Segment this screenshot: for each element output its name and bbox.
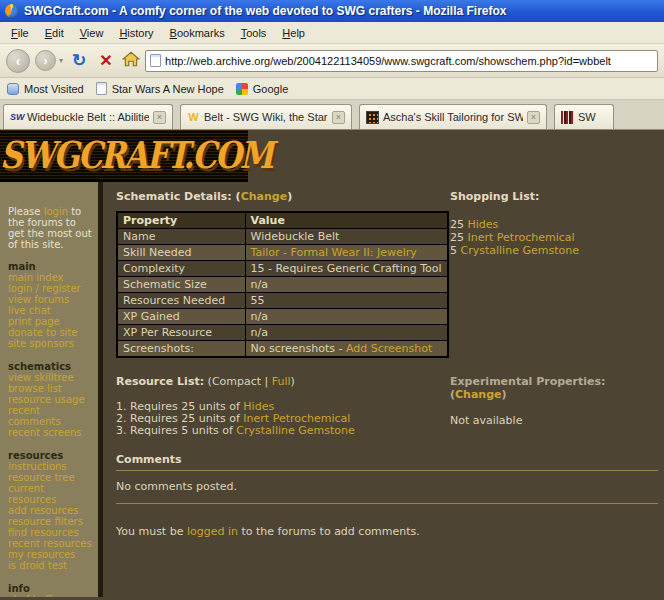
- bookmark-most-visited[interactable]: Most Visited: [7, 83, 84, 95]
- sidebar-section-info: info chef buffs smuggler buffs: [8, 583, 94, 597]
- menu-tools[interactable]: Tools: [233, 24, 275, 42]
- menu-file[interactable]: File: [3, 24, 37, 42]
- paren: ): [291, 375, 295, 388]
- change-experimental-link[interactable]: Change: [455, 388, 502, 401]
- sidebar-item-main-index[interactable]: main index: [8, 272, 94, 283]
- tab-widebuckle-belt[interactable]: SW Widebuckle Belt :: Abilities :: Star …: [3, 104, 173, 129]
- stop-icon: ✕: [99, 52, 112, 69]
- resource-list-item: 3. Requires 5 units of Crystalline Gemst…: [116, 425, 450, 437]
- sidebar-item-login-register[interactable]: login / register: [8, 283, 94, 294]
- stop-button[interactable]: ✕: [95, 53, 117, 69]
- page-content: SWGCRAFT.COM Please login to the forums …: [0, 130, 664, 600]
- sidebar-item-view-forums[interactable]: view forums: [8, 294, 94, 305]
- sidebar-item-recent-resources[interactable]: recent resources: [8, 538, 94, 549]
- sidebar-item-resource-tree[interactable]: resource tree: [8, 472, 94, 483]
- value-cell: 55: [245, 293, 448, 309]
- shopping-item: 5 Crystalline Gemstone: [450, 244, 658, 257]
- most-visited-icon: [7, 83, 19, 95]
- logged-in-link[interactable]: logged in: [187, 525, 238, 538]
- section-title: info: [8, 583, 30, 594]
- refresh-button[interactable]: ↻: [68, 52, 90, 69]
- close-tab-icon[interactable]: ×: [527, 111, 540, 124]
- value-text: n/a: [251, 310, 268, 323]
- sidebar-item-donate[interactable]: donate to site: [8, 327, 94, 338]
- sidebar-item-sponsors[interactable]: site sponsors: [8, 338, 94, 349]
- browser-window: SWGCraft.com - A comfy corner of the web…: [0, 0, 664, 600]
- sidebar-section-schematics: schematics view skilltree browse list re…: [8, 361, 94, 438]
- tab-swg-wiki[interactable]: W Belt - SWG Wiki, the Star Wars Gala...…: [180, 104, 352, 129]
- resource-list-heading: Resource List: (Compact | Full): [116, 375, 450, 388]
- table-row: Schematic Size n/a: [117, 277, 448, 293]
- view-mode-compact[interactable]: (Compact |: [204, 375, 272, 388]
- sidebar-item-print-page[interactable]: print page: [8, 316, 94, 327]
- resource-link-crystalline-gemstone[interactable]: Crystalline Gemstone: [461, 244, 579, 257]
- login-link[interactable]: login: [44, 206, 68, 217]
- bookmark-star-wars[interactable]: Star Wars A New Hope: [96, 82, 224, 95]
- value-cell: 15 - Requires Generic Crafting Tool: [245, 261, 448, 277]
- add-screenshot-link[interactable]: Add Screenshot: [346, 342, 432, 355]
- sidebar-item-my-resources[interactable]: my resources: [8, 549, 94, 560]
- menu-edit[interactable]: Edit: [37, 24, 72, 42]
- history-dropdown-icon[interactable]: ▾: [59, 56, 63, 65]
- experimental-properties-heading: Experimental Properties: (Change): [450, 375, 658, 401]
- resource-link-crystalline-gemstone[interactable]: Crystalline Gemstone: [236, 424, 354, 437]
- sidebar-item-instructions[interactable]: instructions: [8, 461, 94, 472]
- sidebar-item-recent-comments[interactable]: recent comments: [8, 405, 94, 427]
- value-cell: Widebuckle Belt: [245, 229, 448, 245]
- value-cell: n/a: [245, 309, 448, 325]
- tab-skill-tailoring[interactable]: Ascha's Skill Tailoring for SWG (Scylla)…: [359, 104, 547, 129]
- sidebar-section-main: main main index login / register view fo…: [8, 261, 94, 349]
- close-tab-icon[interactable]: ×: [332, 111, 345, 124]
- sidebar-item-current-resources[interactable]: current resources: [8, 483, 94, 505]
- property-cell: Screenshots:: [117, 341, 245, 358]
- value-text: 55: [251, 294, 265, 307]
- property-cell: Schematic Size: [117, 277, 245, 293]
- sidebar-item-resource-filters[interactable]: resource filters: [8, 516, 94, 527]
- table-row: Resources Needed 55: [117, 293, 448, 309]
- sidebar-item-view-skilltree[interactable]: view skilltree: [8, 372, 94, 383]
- menu-history[interactable]: History: [111, 24, 161, 42]
- section-title: main: [8, 261, 36, 272]
- paren: (: [232, 190, 241, 203]
- property-cell: Skill Needed: [117, 245, 245, 261]
- url-input[interactable]: [165, 55, 653, 67]
- address-bar[interactable]: [145, 50, 658, 72]
- column-header-value: Value: [245, 212, 448, 229]
- resource-link-hides[interactable]: Hides: [468, 218, 499, 231]
- site-logo[interactable]: SWGCRAFT.COM: [0, 130, 248, 182]
- sidebar-item-resource-usage[interactable]: resource usage: [8, 394, 94, 405]
- resource-link-inert-petrochemical[interactable]: Inert Petrochemical: [468, 231, 575, 244]
- skill-needed-link[interactable]: Tailor - Formal Wear II: Jewelry: [251, 246, 417, 259]
- property-cell: Name: [117, 229, 245, 245]
- close-tab-icon[interactable]: ×: [153, 111, 166, 124]
- tab-label: Widebuckle Belt :: Abilities :: Star ...: [27, 111, 149, 123]
- value-cell: n/a: [245, 277, 448, 293]
- logo-strip: SWGCRAFT.COM: [0, 130, 664, 182]
- forward-button[interactable]: ›: [35, 50, 56, 71]
- sidebar-item-recent-screens[interactable]: recent screens: [8, 427, 94, 438]
- back-button[interactable]: ‹: [6, 49, 30, 73]
- bookmark-google[interactable]: Google: [236, 83, 288, 95]
- value-cell: No screenshots - Add Screenshot: [245, 341, 448, 358]
- menu-help[interactable]: Help: [274, 24, 313, 42]
- home-button[interactable]: [122, 51, 140, 71]
- change-schematic-link[interactable]: Change: [241, 190, 288, 203]
- paren: ): [502, 388, 507, 401]
- view-mode-full-link[interactable]: Full: [272, 375, 291, 388]
- property-cell: XP Gained: [117, 309, 245, 325]
- sidebar-item-is-droid-test[interactable]: is droid test: [8, 560, 94, 571]
- sidebar-item-add-resources[interactable]: add resources: [8, 505, 94, 516]
- tab-partial[interactable]: SW: [554, 104, 614, 129]
- table-row: Complexity 15 - Requires Generic Craftin…: [117, 261, 448, 277]
- menu-view[interactable]: View: [72, 24, 112, 42]
- firefox-icon: [5, 4, 19, 18]
- quantity: 5: [450, 244, 461, 257]
- menu-bookmarks[interactable]: Bookmarks: [162, 24, 233, 42]
- heading-text: Schematic Details:: [116, 190, 232, 203]
- value-cell: n/a: [245, 325, 448, 341]
- sidebar-item-chef-buffs[interactable]: chef buffs: [8, 594, 94, 597]
- sidebar-item-find-resources[interactable]: find resources: [8, 527, 94, 538]
- sidebar-item-live-chat[interactable]: live chat: [8, 305, 94, 316]
- sidebar-item-browse-list[interactable]: browse list: [8, 383, 94, 394]
- shopping-list-heading: Shopping List:: [450, 190, 658, 203]
